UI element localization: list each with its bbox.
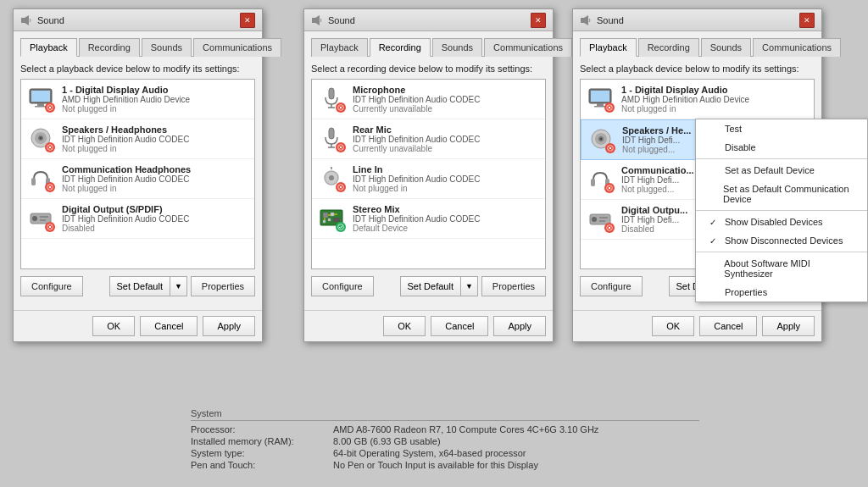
dialog-title-dialog1: Sound — [37, 15, 64, 25]
ok-button-dialog3[interactable]: OK — [652, 316, 694, 336]
svg-point-43 — [329, 175, 334, 180]
status-badge-dialog3-1 — [605, 143, 615, 153]
cancel-button-dialog3[interactable]: Cancel — [699, 316, 757, 336]
set-default-arrow-dialog2[interactable]: ▼ — [461, 277, 477, 296]
instruction-dialog1: Select a playback device below to modify… — [20, 64, 255, 74]
context-menu-item-0[interactable]: Test — [696, 119, 867, 138]
device-info-dialog2-3: Stereo Mix IDT High Definition Audio COD… — [353, 204, 538, 233]
device-item-dialog1-2[interactable]: Communication Headphones IDT High Defini… — [21, 159, 254, 199]
system-info-table: Processor:AMD A8-7600 Radeon R7, 10 Comp… — [191, 424, 699, 470]
apply-button-dialog2[interactable]: Apply — [493, 316, 546, 336]
tab-recording-dialog2[interactable]: Recording — [370, 38, 431, 57]
tab-communications-dialog3[interactable]: Communications — [753, 38, 841, 57]
device-driver-dialog2-0: IDT High Definition Audio CODEC — [353, 95, 538, 104]
status-badge-dialog2-0 — [336, 102, 346, 113]
tab-recording-dialog1[interactable]: Recording — [79, 38, 140, 57]
ok-button-dialog2[interactable]: OK — [383, 316, 426, 336]
context-menu-item-6[interactable]: About Software MIDI Synthesizer — [696, 254, 867, 283]
configure-button-dialog1[interactable]: Configure — [20, 276, 83, 296]
svg-rect-28 — [312, 18, 315, 23]
device-item-dialog2-0[interactable]: Microphone IDT High Definition Audio COD… — [312, 80, 545, 119]
set-default-arrow-dialog1[interactable]: ▼ — [170, 277, 186, 296]
cancel-button-dialog2[interactable]: Cancel — [431, 316, 488, 336]
device-item-dialog3-0[interactable]: 1 - Digital Display Audio AMD High Defin… — [581, 80, 814, 119]
device-name-dialog2-3: Stereo Mix — [353, 204, 538, 214]
device-item-dialog1-1[interactable]: Speakers / Headphones IDT High Definitio… — [21, 119, 254, 159]
device-item-dialog2-3[interactable]: Stereo Mix IDT High Definition Audio COD… — [312, 199, 545, 239]
svg-marker-59 — [584, 15, 588, 25]
tab-playback-dialog1[interactable]: Playback — [20, 38, 77, 57]
properties-button-dialog2[interactable]: Properties — [481, 276, 546, 296]
sys-label-0: Processor: — [191, 424, 326, 434]
set-default-group-dialog2: Set Default ▼ — [400, 276, 478, 296]
dialog-body-dialog2: PlaybackRecordingSoundsCommunications Se… — [304, 31, 553, 310]
sys-value-0: AMD A8-7600 Radeon R7, 10 Compute Cores … — [333, 424, 699, 434]
apply-button-dialog3[interactable]: Apply — [762, 316, 815, 336]
close-button-dialog3[interactable]: ✕ — [799, 13, 815, 28]
device-item-dialog2-1[interactable]: Rear Mic IDT High Definition Audio CODEC… — [312, 119, 545, 159]
configure-button-dialog2[interactable]: Configure — [311, 276, 374, 296]
tab-playback-dialog3[interactable]: Playback — [580, 38, 637, 57]
svg-rect-23 — [40, 216, 48, 218]
device-item-dialog1-3[interactable]: Digital Output (S/PDIF) IDT High Definit… — [21, 199, 254, 239]
titlebar-dialog2: Sound ✕ — [304, 9, 553, 31]
dialog-footer-dialog1: OK Cancel Apply — [14, 310, 262, 341]
menu-label-1: Disable — [725, 142, 756, 152]
device-name-dialog2-0: Microphone — [353, 85, 538, 95]
device-driver-dialog1-0: AMD High Definition Audio Device — [62, 95, 248, 104]
tab-sounds-dialog2[interactable]: Sounds — [432, 38, 482, 57]
device-name-dialog1-2: Communication Headphones — [62, 164, 248, 174]
device-icon-wrapper-dialog1-2 — [28, 165, 55, 192]
device-icon-wrapper-dialog3-0 — [587, 86, 615, 113]
tab-communications-dialog1[interactable]: Communications — [193, 38, 281, 57]
svg-rect-0 — [21, 18, 25, 23]
tab-sounds-dialog3[interactable]: Sounds — [701, 38, 751, 57]
context-menu-item-2[interactable]: Set as Default Device — [696, 161, 867, 180]
configure-button-dialog3[interactable]: Configure — [580, 276, 643, 296]
context-menu-item-5[interactable]: ✓Show Disconnected Devices — [696, 231, 867, 250]
menu-label-3: Set as Default Communication Device — [723, 184, 854, 204]
tab-playback-dialog2[interactable]: Playback — [311, 38, 368, 57]
svg-point-80 — [592, 217, 597, 222]
context-menu-item-3[interactable]: Set as Default Communication Device — [696, 180, 867, 208]
status-badge-dialog1-3 — [45, 222, 55, 232]
set-default-main-dialog1[interactable]: Set Default — [110, 277, 170, 296]
context-menu-item-1[interactable]: Disable — [696, 138, 867, 157]
status-badge-dialog3-3 — [604, 223, 615, 233]
dialog-title-dialog2: Sound — [328, 15, 355, 25]
device-item-dialog1-0[interactable]: 1 - Digital Display Audio AMD High Defin… — [21, 80, 254, 119]
tab-communications-dialog2[interactable]: Communications — [484, 38, 572, 57]
tabs-dialog1: PlaybackRecordingSoundsCommunications — [20, 38, 255, 57]
device-icon-wrapper-dialog1-0 — [28, 86, 55, 113]
close-button-dialog2[interactable]: ✕ — [531, 13, 546, 28]
cancel-button-dialog1[interactable]: Cancel — [140, 316, 198, 336]
context-menu-item-4[interactable]: ✓Show Disabled Devices — [696, 213, 867, 231]
device-info-dialog1-3: Digital Output (S/PDIF) IDT High Definit… — [62, 204, 248, 233]
apply-button-dialog1[interactable]: Apply — [203, 316, 255, 336]
svg-rect-30 — [329, 88, 334, 99]
svg-rect-50 — [331, 213, 334, 216]
device-item-dialog2-2[interactable]: Line In IDT High Definition Audio CODEC … — [312, 159, 545, 199]
sys-value-3: No Pen or Touch Input is available for t… — [333, 460, 699, 470]
device-state-dialog1-2: Not plugged in — [62, 184, 248, 193]
dialog-title-dialog3: Sound — [597, 15, 624, 25]
tab-recording-dialog3[interactable]: Recording — [638, 38, 699, 57]
svg-rect-49 — [323, 213, 328, 218]
device-icon-wrapper-dialog2-0 — [319, 86, 346, 113]
set-default-main-dialog2[interactable]: Set Default — [401, 277, 461, 296]
tab-sounds-dialog1[interactable]: Sounds — [142, 38, 192, 57]
properties-button-dialog1[interactable]: Properties — [191, 276, 255, 296]
context-menu-item-7[interactable]: Properties — [696, 283, 867, 302]
ok-button-dialog1[interactable]: OK — [92, 316, 135, 336]
device-driver-dialog2-1: IDT High Definition Audio CODEC — [353, 135, 538, 144]
device-icon-wrapper-dialog3-2 — [587, 166, 615, 193]
close-button-dialog1[interactable]: ✕ — [240, 13, 255, 28]
device-name-dialog2-1: Rear Mic — [353, 125, 538, 135]
device-icon-wrapper-dialog1-3 — [28, 205, 55, 232]
svg-rect-36 — [329, 128, 334, 139]
device-state-dialog2-1: Currently unavailable — [353, 144, 538, 153]
dialog-footer-dialog3: OK Cancel Apply — [573, 310, 821, 341]
svg-point-70 — [600, 138, 602, 140]
dialog-body-dialog1: PlaybackRecordingSoundsCommunications Se… — [14, 31, 262, 310]
svg-marker-1 — [25, 15, 29, 25]
